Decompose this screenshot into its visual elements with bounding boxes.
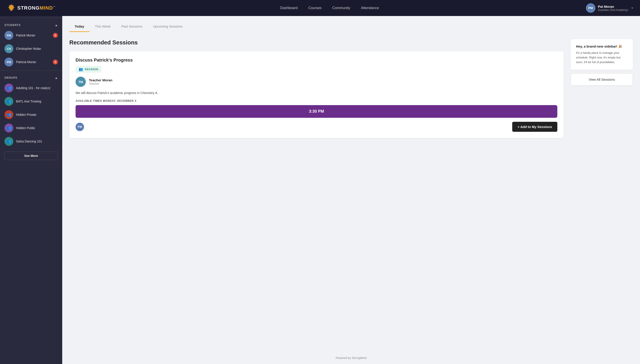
session-badge-icon: 👥 xyxy=(79,67,83,71)
students-collapse-icon[interactable]: ▲ xyxy=(55,23,58,27)
sidebar-item-hidden-private[interactable]: 👥 Hidden Private xyxy=(0,108,62,121)
group-name-batl: BATL Axe Trowing xyxy=(16,100,41,103)
group-icon-adulting: 👥 xyxy=(4,84,13,92)
group-icon-salsa: 👥 xyxy=(4,137,13,146)
info-box: Hey, a brand-new sidebar! 🎉 It's a handy… xyxy=(571,39,633,70)
tab-today[interactable]: Today xyxy=(69,21,90,32)
tab-past-sessions[interactable]: Past Sessions xyxy=(116,21,148,32)
page-footer: Powered by StrongMind xyxy=(62,352,640,364)
teacher-name: Teacher Moran xyxy=(89,78,112,82)
content-area: Today This Week Past Sessions Upcoming S… xyxy=(62,16,640,364)
recommended-sessions-title: Recommended Sessions xyxy=(69,39,564,46)
footer-avatar: PM xyxy=(76,123,84,131)
info-box-text: It's a handy place to manage your schedu… xyxy=(576,51,628,64)
avatar-christopher: CN xyxy=(4,44,13,53)
content-inner: Recommended Sessions Discuss Patrick's P… xyxy=(62,32,640,352)
nav-attendance[interactable]: Attendance xyxy=(361,6,379,10)
see-more-button[interactable]: See More xyxy=(4,152,58,160)
sidebar-item-patrick-moran[interactable]: PM Patrick Moran 5 xyxy=(0,29,62,42)
groups-section-header: GROUPS ▲ xyxy=(0,72,62,81)
sidebar-item-adulting[interactable]: 👥 Adulting 101 - for realzzz xyxy=(0,81,62,95)
sidebar-item-salsa[interactable]: 👥 Salsa Dancing 101 xyxy=(0,135,62,148)
logo-text: STRONGMIND™ xyxy=(17,5,55,11)
group-icon-hidden-private: 👥 xyxy=(4,110,13,119)
group-icon-batl: 👥 xyxy=(4,97,13,106)
user-name: Pat Moran xyxy=(598,5,628,8)
teacher-avatar: TM xyxy=(76,77,86,87)
sidebar-panel: Hey, a brand-new sidebar! 🎉 It's a handy… xyxy=(571,39,633,345)
main-layout: STUDENTS ▲ PM Patrick Moran 5 CN Christo… xyxy=(0,16,640,364)
groups-collapse-icon[interactable]: ▲ xyxy=(55,76,58,80)
student-name-patricia: Patricia Moran xyxy=(16,60,36,64)
sidebar-item-hidden-public[interactable]: 👥 Hidden Public xyxy=(0,121,62,135)
avatar-patrick: PM xyxy=(4,31,13,40)
session-footer: PM + Add to My Sessions xyxy=(76,122,557,132)
logo-icon xyxy=(7,4,16,12)
avatar-patricia: PM xyxy=(4,58,13,66)
teacher-role: Teacher xyxy=(89,82,112,85)
tab-this-week[interactable]: This Week xyxy=(90,21,116,32)
groups-label: GROUPS xyxy=(4,76,17,79)
badge-patricia: 3 xyxy=(53,60,58,64)
available-times-label: AVAILABLE TIMES MONDAY, DECEMBER 4 xyxy=(76,99,557,102)
user-info: Pat Moran Guardian (Test Academy) xyxy=(598,5,628,12)
time-slot[interactable]: 3:30 PM xyxy=(76,105,557,118)
session-badge-label: SESSION xyxy=(85,68,98,71)
session-card-title: Discuss Patrick's Progress xyxy=(76,58,557,63)
tabs-bar: Today This Week Past Sessions Upcoming S… xyxy=(62,16,640,32)
user-menu[interactable]: PM Pat Moran Guardian (Test Academy) ▾ xyxy=(586,3,633,13)
nav-links: Dashboard Courses Community Attendance xyxy=(73,6,586,10)
group-name-hidden-private: Hidden Private xyxy=(16,113,36,116)
view-all-sessions-button[interactable]: View All Sessions xyxy=(571,73,633,86)
student-name-patrick: Patrick Moran xyxy=(16,34,35,37)
group-name-adulting: Adulting 101 - for realzzz xyxy=(16,86,50,90)
user-role: Guardian (Test Academy) xyxy=(598,8,628,12)
session-description: We will discuss Patrick's academic progr… xyxy=(76,90,557,95)
nav-dashboard[interactable]: Dashboard xyxy=(280,6,298,10)
session-card: Discuss Patrick's Progress 👥 SESSION TM … xyxy=(69,51,564,138)
sidebar-item-christopher-nolan[interactable]: CN Christopher Nolan xyxy=(0,42,62,55)
sidebar-divider-mid xyxy=(0,70,62,71)
nav-community[interactable]: Community xyxy=(332,6,350,10)
teacher-row: TM Teacher Moran Teacher xyxy=(76,77,557,87)
main-content: Recommended Sessions Discuss Patrick's P… xyxy=(69,39,564,345)
sidebar: STUDENTS ▲ PM Patrick Moran 5 CN Christo… xyxy=(0,16,62,364)
student-name-christopher: Christopher Nolan xyxy=(16,47,41,50)
nav-courses[interactable]: Courses xyxy=(308,6,322,10)
sidebar-divider-top xyxy=(0,18,62,18)
info-box-title: Hey, a brand-new sidebar! 🎉 xyxy=(576,44,628,48)
group-icon-hidden-public: 👥 xyxy=(4,124,13,132)
badge-patrick: 5 xyxy=(53,33,58,38)
students-label: STUDENTS xyxy=(4,24,21,27)
add-to-my-sessions-button[interactable]: + Add to My Sessions xyxy=(512,122,557,132)
top-navigation: STRONGMIND™ Dashboard Courses Community … xyxy=(0,0,640,16)
tab-upcoming-sessions[interactable]: Upcoming Sessions xyxy=(148,21,188,32)
user-avatar: PM xyxy=(586,3,595,13)
sidebar-item-batl[interactable]: 👥 BATL Axe Trowing xyxy=(0,95,62,108)
teacher-info: Teacher Moran Teacher xyxy=(89,78,112,85)
group-name-hidden-public: Hidden Public xyxy=(16,126,35,130)
logo[interactable]: STRONGMIND™ xyxy=(7,4,55,12)
group-name-salsa: Salsa Dancing 101 xyxy=(16,140,42,143)
sidebar-item-patricia-moran[interactable]: PM Patricia Moran 3 xyxy=(0,55,62,69)
session-badge: 👥 SESSION xyxy=(76,66,101,73)
chevron-down-icon: ▾ xyxy=(632,6,633,10)
students-section-header: STUDENTS ▲ xyxy=(0,20,62,29)
